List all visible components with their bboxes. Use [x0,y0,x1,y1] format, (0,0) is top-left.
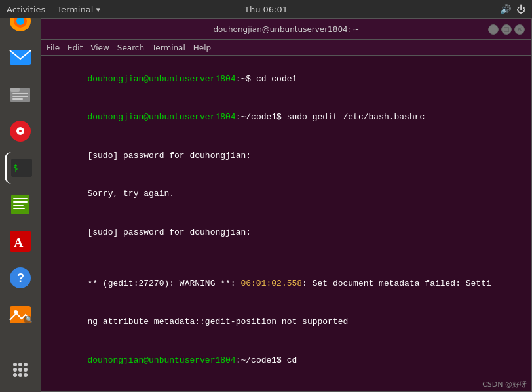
prompt-2: douhongjian@unbuntuserver1804 [87,112,235,122]
terminal-menubar: File Edit View Search Terminal Help [41,40,531,56]
terminal-line-pkgconfig: douhongjian@unbuntuserver1804:~$ pkg-con… [47,380,526,392]
taskbar-icon-image-viewer[interactable]: 🔍 [5,299,36,330]
svg-rect-5 [10,88,20,92]
taskbar: $_ A ? [0,0,41,392]
menu-help[interactable]: Help [193,43,211,52]
topbar-left: Activities Terminal ▾ [7,5,100,14]
minimize-button[interactable]: ─ [488,24,499,35]
terminal-window: douhongjian@unbuntuserver1804: ~ ─ □ ✕ F… [41,18,532,392]
terminal-menu-label[interactable]: Terminal ▾ [57,5,100,14]
desktop: Activities Terminal ▾ Thu 06:01 🔊 ⏻ [0,0,532,392]
taskbar-icon-terminal[interactable]: $_ [5,152,36,184]
activities-button[interactable]: Activities [7,5,45,14]
svg-text:🔍: 🔍 [26,315,32,323]
taskbar-icon-files[interactable] [5,79,36,110]
taskbar-icon-music[interactable] [5,115,36,147]
svg-point-32 [24,368,28,372]
watermark-text: CSDN @好呀 [482,380,527,389]
svg-rect-6 [12,93,28,94]
terminal-line-5: [sudo] password for douhongjian: [47,213,526,252]
taskbar-icon-app-grid[interactable] [5,354,36,385]
menu-terminal[interactable]: Terminal [152,43,185,52]
volume-icon[interactable]: 🔊 [500,4,511,14]
svg-text:?: ? [17,271,24,284]
terminal-line-1: douhongjian@unbuntuserver1804:~$ cd code… [47,60,526,98]
svg-rect-16 [13,201,28,203]
prompt-1: douhongjian@unbuntuserver1804 [87,74,235,84]
datetime-display: Thu 06:01 [244,5,288,14]
menu-file[interactable]: File [47,43,60,52]
topbar-right: 🔊 ⏻ [500,4,525,14]
window-controls: ─ □ ✕ [488,24,525,35]
svg-rect-17 [13,205,24,206]
svg-rect-8 [12,98,23,100]
terminal-line-4: Sorry, try again. [47,175,526,214]
terminal-line-warning-cont: ng attribute metadata::gedit-position no… [47,303,526,342]
terminal-window-title: douhongjian@unbuntuserver1804: ~ [213,25,359,34]
close-button[interactable]: ✕ [514,24,525,35]
terminal-line-cd: douhongjian@unbuntuserver1804:~/code1$ c… [47,341,526,380]
watermark: CSDN @好呀 [482,380,527,389]
svg-text:$_: $_ [13,163,23,172]
menu-view[interactable]: View [90,43,109,52]
terminal-content[interactable]: douhongjian@unbuntuserver1804:~$ cd code… [41,56,531,391]
taskbar-icon-text-editor[interactable] [5,189,36,220]
svg-point-33 [13,373,17,377]
svg-point-28 [18,363,22,366]
svg-point-29 [24,363,28,366]
topbar: Activities Terminal ▾ Thu 06:01 🔊 ⏻ [0,0,532,18]
svg-text:A: A [14,235,24,250]
svg-rect-18 [13,208,25,209]
terminal-line-warning: ** (gedit:27270): WARNING **: 06:01:02.5… [47,264,526,303]
svg-point-11 [19,130,22,132]
taskbar-icon-mail[interactable] [5,42,36,73]
svg-point-30 [13,368,17,372]
menu-edit[interactable]: Edit [67,43,83,52]
power-icon[interactable]: ⏻ [516,4,525,14]
svg-rect-15 [13,198,28,199]
terminal-line-2: douhongjian@unbuntuserver1804:~/code1$ s… [47,98,526,137]
terminal-line-blank [47,252,526,265]
terminal-titlebar: douhongjian@unbuntuserver1804: ~ ─ □ ✕ [41,19,531,40]
taskbar-icon-font-viewer[interactable]: A [5,225,36,257]
menu-search[interactable]: Search [117,43,144,52]
svg-point-35 [24,373,28,377]
svg-point-27 [13,363,17,366]
maximize-button[interactable]: □ [501,24,512,35]
svg-rect-7 [12,96,28,97]
topbar-clock: Thu 06:01 [244,5,288,14]
prompt-3: douhongjian@unbuntuserver1804 [87,355,235,365]
svg-point-34 [18,373,22,377]
svg-point-31 [18,368,22,372]
terminal-line-3: [sudo] password for douhongjian: [47,136,526,175]
taskbar-icon-help[interactable]: ? [5,262,36,294]
